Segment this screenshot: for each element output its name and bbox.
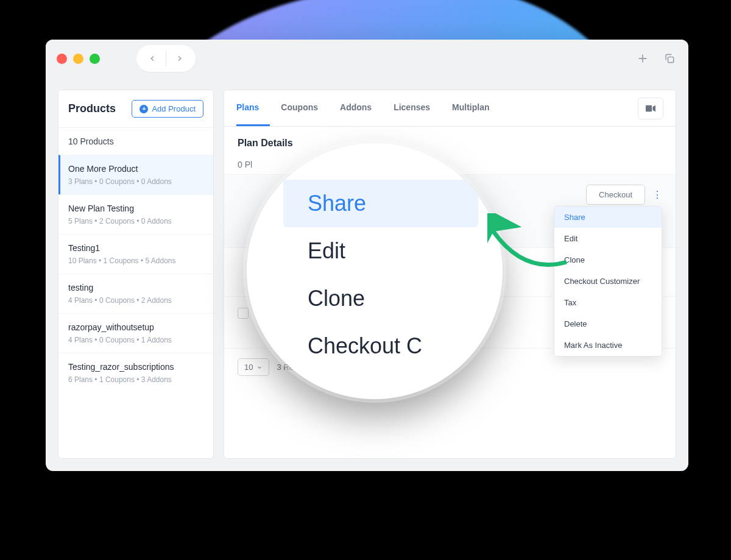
product-name: razorpay_withoutsetup [68, 322, 203, 332]
product-name: New Plan Testing [68, 204, 203, 213]
dropdown-item-mark-as-inactive[interactable]: Mark As Inactive [554, 335, 662, 356]
product-name: testing [68, 283, 203, 292]
video-button[interactable] [638, 97, 663, 119]
add-product-button[interactable]: + Add Product [132, 100, 203, 118]
magnified-item: Clone [289, 275, 478, 322]
sidebar-product-item[interactable]: Testing_razor_subscriptions6 Plans • 1 C… [58, 353, 213, 392]
product-meta: 5 Plans • 2 Coupons • 0 Addons [68, 217, 203, 225]
titlebar [46, 40, 688, 77]
page-size-select[interactable]: 10 [238, 358, 269, 376]
checkbox[interactable] [238, 308, 249, 319]
magnified-item: Edit [289, 227, 478, 275]
sidebar-product-item[interactable]: testing4 Plans • 0 Coupons • 2 Addons [58, 274, 213, 313]
sidebar-product-item[interactable]: New Plan Testing5 Plans • 2 Coupons • 0 … [58, 194, 213, 234]
svg-rect-3 [646, 105, 652, 112]
magnified-item: Share [283, 180, 478, 227]
plus-circle-icon: + [139, 105, 148, 113]
product-name: Testing1 [68, 243, 203, 253]
close-window-icon[interactable] [57, 54, 67, 64]
back-button[interactable] [139, 48, 166, 69]
tab-plans[interactable]: Plans [236, 90, 270, 126]
copy-icon[interactable] [662, 51, 677, 66]
nav-pill [136, 45, 196, 72]
sidebar-title: Products [68, 102, 116, 115]
magnifier-overlay: ShareEditCloneCheckout C [247, 143, 503, 399]
sidebar-product-item[interactable]: razorpay_withoutsetup4 Plans • 0 Coupons… [58, 313, 213, 353]
magnified-item: Checkout C [289, 322, 478, 370]
forward-button[interactable] [166, 48, 193, 69]
product-name: One More Product [68, 164, 203, 174]
product-meta: 4 Plans • 0 Coupons • 1 Addons [68, 336, 203, 344]
dropdown-item-tax[interactable]: Tax [554, 292, 662, 313]
tab-coupons[interactable]: Coupons [270, 90, 329, 126]
chevron-down-icon [256, 364, 263, 370]
section-title: Plan Details [224, 127, 676, 155]
tab-licenses[interactable]: Licenses [383, 90, 441, 126]
product-meta: 6 Plans • 1 Coupons • 3 Addons [68, 375, 203, 384]
dropdown-item-delete[interactable]: Delete [554, 313, 662, 335]
plus-icon[interactable] [635, 51, 651, 66]
product-meta: 10 Plans • 1 Coupons • 5 Addons [68, 257, 203, 265]
minimize-window-icon[interactable] [73, 54, 83, 64]
sidebar-product-item[interactable]: One More Product3 Plans • 0 Coupons • 0 … [58, 155, 213, 194]
kebab-menu-icon[interactable]: ⋮ [652, 189, 662, 200]
sidebar: Products + Add Product 10 Products One M… [58, 90, 214, 459]
maximize-window-icon[interactable] [90, 54, 100, 64]
tabs: PlansCouponsAddonsLicensesMultiplan [224, 90, 676, 127]
traffic-lights [57, 54, 100, 64]
product-count: 10 Products [58, 128, 213, 155]
arrow-annotation [487, 213, 579, 274]
checkout-button[interactable]: Checkout [586, 185, 645, 205]
svg-rect-2 [668, 57, 674, 63]
tab-multiplan[interactable]: Multiplan [441, 90, 500, 126]
sidebar-product-item[interactable]: Testing110 Plans • 1 Coupons • 5 Addons [58, 234, 213, 274]
product-meta: 4 Plans • 0 Coupons • 2 Addons [68, 296, 203, 305]
tab-addons[interactable]: Addons [329, 90, 383, 126]
product-name: Testing_razor_subscriptions [68, 362, 203, 372]
product-meta: 3 Plans • 0 Coupons • 0 Addons [68, 177, 203, 186]
